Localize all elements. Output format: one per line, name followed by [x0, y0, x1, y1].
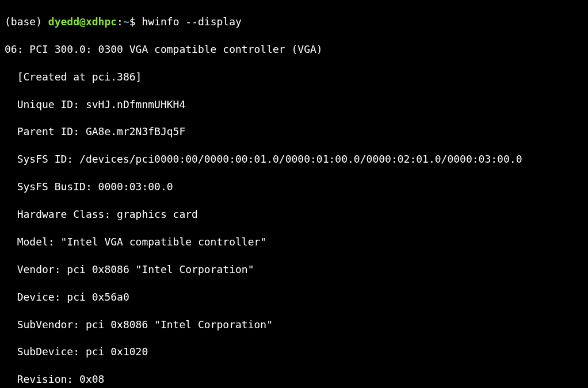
prompt-path: ~ [123, 16, 129, 28]
output-line: [Created at pci.386] [5, 70, 583, 84]
prompt-user: dyedd [48, 16, 79, 28]
output-line: SubDevice: pci 0x1020 [5, 345, 583, 359]
command-text: hwinfo --display [142, 16, 241, 28]
output-line: Vendor: pci 0x8086 "Intel Corporation" [5, 263, 583, 276]
output-line: Unique ID: svHJ.nDfmnmUHKH4 [5, 98, 583, 112]
output-line: Hardware Class: graphics card [5, 208, 583, 221]
output-line: 06: PCI 300.0: 0300 VGA compatible contr… [5, 43, 583, 56]
output-line: SubVendor: pci 0x8086 "Intel Corporation… [5, 318, 583, 332]
output-line: Revision: 0x08 [5, 372, 583, 386]
output-line: Model: "Intel VGA compatible controller" [5, 235, 583, 249]
output-line: SysFS ID: /devices/pci0000:00/0000:00:01… [5, 152, 583, 166]
prompt-colon: : [117, 16, 123, 28]
prompt-at: @ [79, 16, 86, 28]
prompt-line: (base) dyedd@xdhpc:~$ hwinfo --display [5, 15, 583, 29]
output-line: SysFS BusID: 0000:03:00.0 [5, 180, 583, 194]
prompt-dollar: $ [129, 16, 142, 28]
conda-env: (base) [5, 16, 48, 28]
prompt-host: xdhpc [86, 16, 117, 28]
output-line: Parent ID: GA8e.mr2N3fBJq5F [5, 125, 583, 139]
output-line: Device: pci 0x56a0 [5, 290, 583, 304]
terminal-output[interactable]: (base) dyedd@xdhpc:~$ hwinfo --display 0… [0, 0, 588, 388]
